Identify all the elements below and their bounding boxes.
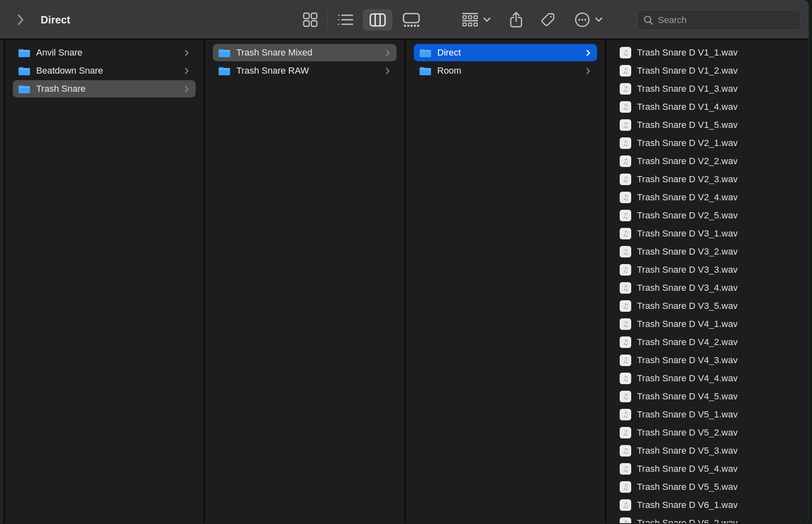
folder-row[interactable]: Trash Snare — [13, 80, 196, 97]
file-row[interactable]: ♫ Trash Snare D V4_2.wav — [614, 334, 800, 351]
file-name: Trash Snare D V1_4.wav — [637, 102, 738, 112]
file-row[interactable]: ♫ Trash Snare D V3_1.wav — [614, 225, 800, 242]
gallery-icon — [403, 13, 420, 27]
file-row[interactable]: ♫ Trash Snare D V1_2.wav — [614, 62, 800, 79]
file-name: Trash Snare D V4_3.wav — [637, 355, 738, 366]
music-note-icon: ♫ — [620, 210, 631, 221]
tags-button[interactable] — [534, 9, 562, 30]
chevron-right-icon — [185, 86, 189, 93]
music-note-icon: ♫ — [620, 445, 631, 457]
folder-row[interactable]: Trash Snare RAW — [213, 62, 397, 79]
browser-column-3: Direct Room — [406, 39, 606, 523]
file-row[interactable]: ♫ Trash Snare D V4_5.wav — [614, 388, 800, 405]
search-input[interactable] — [654, 10, 800, 30]
chevron-right-icon — [385, 67, 390, 74]
music-note-icon: ♫ — [620, 336, 631, 348]
folder-icon — [218, 66, 231, 76]
music-note-icon: ♫ — [620, 47, 631, 58]
file-row[interactable]: ♫ Trash Snare D V3_2.wav — [614, 243, 800, 260]
file-name: Trash Snare D V3_4.wav — [637, 283, 738, 293]
chevron-right-icon — [586, 49, 591, 56]
file-name: Trash Snare D V3_3.wav — [637, 264, 738, 275]
chevron-right-icon — [385, 49, 390, 56]
window-title: Direct — [41, 0, 70, 39]
file-name: Trash Snare D V2_2.wav — [637, 156, 738, 167]
file-row[interactable]: ♫ Trash Snare D V5_4.wav — [614, 460, 800, 478]
folder-name: Trash Snare RAW — [236, 65, 309, 76]
forward-button[interactable] — [12, 9, 29, 30]
file-name: Trash Snare D V2_5.wav — [637, 210, 738, 221]
list-icon — [338, 14, 353, 26]
browser-column-2: Trash Snare Mixed Trash Snare RAW — [205, 39, 406, 523]
browser-column-1: Anvil Snare Beatdown Snare — [5, 39, 205, 523]
search-field — [637, 10, 800, 30]
file-row[interactable]: ♫ Trash Snare D V2_4.wav — [614, 189, 800, 206]
file-row[interactable]: ♫ Trash Snare D V5_1.wav — [614, 406, 800, 423]
file-row[interactable]: ♫ Trash Snare D V3_5.wav — [614, 297, 800, 315]
folder-name: Room — [437, 65, 461, 76]
share-icon — [510, 12, 523, 28]
folder-row[interactable]: Direct — [414, 44, 597, 61]
music-note-icon: ♫ — [620, 174, 631, 185]
music-note-icon: ♫ — [620, 355, 631, 366]
folder-icon — [419, 48, 431, 58]
columns-icon — [369, 13, 386, 27]
file-row[interactable]: ♫ Trash Snare D V1_1.wav — [614, 44, 800, 61]
chevron-right-icon — [185, 67, 189, 74]
folder-row[interactable]: Beatdown Snare — [13, 62, 196, 79]
file-row[interactable]: ♫ Trash Snare D V6_2.wav — [614, 515, 800, 523]
music-note-icon: ♫ — [620, 83, 631, 95]
file-row[interactable]: ♫ Trash Snare D V4_1.wav — [614, 315, 800, 333]
chevron-down-icon — [595, 17, 602, 22]
chevron-right-icon — [185, 49, 189, 56]
music-note-icon: ♫ — [620, 481, 631, 493]
file-row[interactable]: ♫ Trash Snare D V6_1.wav — [614, 496, 800, 514]
more-actions-button[interactable] — [565, 9, 611, 30]
finder-window: Direct — [0, 0, 809, 524]
view-columns-button[interactable] — [363, 9, 392, 30]
file-row[interactable]: ♫ Trash Snare D V2_2.wav — [614, 153, 800, 170]
file-row[interactable]: ♫ Trash Snare D V5_5.wav — [614, 478, 800, 496]
file-row[interactable]: ♫ Trash Snare D V5_3.wav — [614, 442, 800, 459]
search-icon — [643, 15, 654, 26]
music-note-icon: ♫ — [620, 228, 631, 239]
folder-row[interactable]: Room — [414, 62, 597, 79]
file-row[interactable]: ♫ Trash Snare D V2_3.wav — [614, 171, 800, 188]
file-name: Trash Snare D V2_4.wav — [637, 192, 738, 203]
view-gallery-button[interactable] — [396, 9, 427, 30]
file-row[interactable]: ♫ Trash Snare D V1_3.wav — [614, 80, 800, 97]
folder-icon — [419, 66, 431, 76]
file-row[interactable]: ♫ Trash Snare D V1_4.wav — [614, 98, 800, 116]
view-icons-button[interactable] — [297, 9, 324, 30]
music-note-icon: ♫ — [620, 282, 631, 294]
file-row[interactable]: ♫ Trash Snare D V4_4.wav — [614, 370, 800, 387]
share-button[interactable] — [502, 9, 530, 30]
file-row[interactable]: ♫ Trash Snare D V2_1.wav — [614, 134, 800, 152]
view-list-button[interactable] — [332, 9, 359, 30]
browser-column-files: ♫ Trash Snare D V1_1.wav ♫ Trash Snare D… — [606, 39, 809, 523]
music-note-icon: ♫ — [620, 264, 631, 276]
file-name: Trash Snare D V2_1.wav — [637, 138, 738, 148]
file-name: Trash Snare D V1_2.wav — [637, 65, 738, 76]
music-note-icon: ♫ — [620, 391, 631, 402]
chevron-right-icon — [17, 14, 24, 26]
group-by-icon — [462, 13, 478, 27]
file-row[interactable]: ♫ Trash Snare D V3_3.wav — [614, 261, 800, 278]
file-row[interactable]: ♫ Trash Snare D V4_3.wav — [614, 352, 800, 369]
music-note-icon: ♫ — [620, 119, 631, 131]
music-note-icon: ♫ — [620, 409, 631, 420]
folder-row[interactable]: Trash Snare Mixed — [213, 44, 397, 61]
file-name: Trash Snare D V4_1.wav — [637, 319, 738, 329]
folder-row[interactable]: Anvil Snare — [13, 44, 196, 61]
file-row[interactable]: ♫ Trash Snare D V1_5.wav — [614, 116, 800, 134]
file-row[interactable]: ♫ Trash Snare D V5_2.wav — [614, 424, 800, 441]
music-note-icon: ♫ — [620, 373, 631, 384]
file-row[interactable]: ♫ Trash Snare D V3_4.wav — [614, 279, 800, 297]
file-row[interactable]: ♫ Trash Snare D V2_5.wav — [614, 207, 800, 224]
file-name: Trash Snare D V3_5.wav — [637, 301, 738, 311]
music-note-icon: ♫ — [620, 137, 631, 149]
sidebar-edge — [0, 39, 5, 523]
folder-icon — [218, 48, 231, 58]
group-by-button[interactable] — [454, 9, 499, 30]
file-name: Trash Snare D V1_1.wav — [637, 47, 738, 58]
